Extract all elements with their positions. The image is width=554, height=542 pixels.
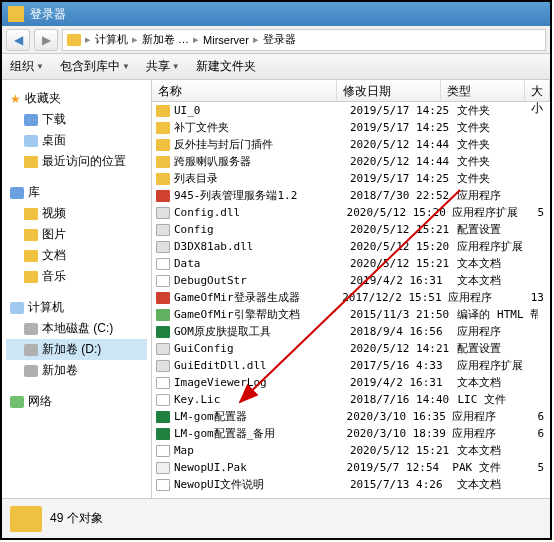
file-date: 2020/5/12 15:20 xyxy=(341,206,447,219)
file-row[interactable]: DebugOutStr2019/4/2 16:31文本文档 xyxy=(152,272,550,289)
toolbar: 组织▼ 包含到库中▼ 共享▼ 新建文件夹 xyxy=(2,54,550,80)
file-date: 2018/9/4 16:56 xyxy=(344,325,452,338)
file-icon xyxy=(156,428,170,440)
breadcrumb[interactable]: 新加卷 … xyxy=(142,32,189,47)
file-row[interactable]: LM-gom配置器2020/3/10 16:35应用程序6 xyxy=(152,408,550,425)
file-date: 2018/7/30 22:52 xyxy=(344,189,452,202)
file-row[interactable]: D3DX81ab.dll2020/5/12 15:20应用程序扩展 xyxy=(152,238,550,255)
col-size[interactable]: 大小 xyxy=(525,80,550,101)
sidebar-item-drive-c[interactable]: 本地磁盘 (C:) xyxy=(6,318,147,339)
file-type: 配置设置 xyxy=(451,222,538,237)
address-bar[interactable]: ▸ 计算机 ▸ 新加卷 … ▸ Mirserver ▸ 登录器 xyxy=(62,29,546,51)
file-type: 应用程序扩展 xyxy=(446,205,531,220)
file-row[interactable]: NewopUI.Pak2019/5/7 12:54PAK 文件5 xyxy=(152,459,550,476)
newfolder-button[interactable]: 新建文件夹 xyxy=(196,58,256,75)
file-type: 文件夹 xyxy=(451,137,538,152)
file-name: GOM原皮肤提取工具 xyxy=(174,324,271,339)
column-headers[interactable]: 名称 修改日期 类型 大小 xyxy=(152,80,550,102)
file-date: 2018/7/16 14:40 xyxy=(344,393,452,406)
file-name: Key.Lic xyxy=(174,393,220,406)
folder-icon xyxy=(67,34,81,46)
file-list: 名称 修改日期 类型 大小 UI_02019/5/17 14:25文件夹补丁文件… xyxy=(152,80,550,498)
file-name: Map xyxy=(174,444,194,457)
file-row[interactable]: GOM原皮肤提取工具2018/9/4 16:56应用程序 xyxy=(152,323,550,340)
file-date: 2020/5/12 14:44 xyxy=(344,155,452,168)
file-row[interactable]: GameOfMir登录器生成器2017/12/2 15:51应用程序13 xyxy=(152,289,550,306)
sidebar-item-drive-e[interactable]: 新加卷 xyxy=(6,360,147,381)
file-type: 应用程序 xyxy=(451,188,538,203)
file-date: 2019/5/7 12:54 xyxy=(341,461,447,474)
file-type: 文件夹 xyxy=(451,103,538,118)
sidebar-item-music[interactable]: 音乐 xyxy=(6,266,147,287)
sidebar-item-downloads[interactable]: 下载 xyxy=(6,109,147,130)
file-row[interactable]: NewopUI文件说明2015/7/13 4:26文本文档 xyxy=(152,476,550,493)
favorites-group[interactable]: ★收藏夹 xyxy=(6,88,147,109)
file-name: NewopUI文件说明 xyxy=(174,477,264,492)
file-icon xyxy=(156,258,170,270)
col-type[interactable]: 类型 xyxy=(441,80,525,101)
file-row[interactable]: LM-gom配置器_备用2020/3/10 18:39应用程序6 xyxy=(152,425,550,442)
breadcrumb[interactable]: Mirserver xyxy=(203,34,249,46)
file-name: GuiConfig xyxy=(174,342,234,355)
file-row[interactable]: 反外挂与封后门插件2020/5/12 14:44文件夹 xyxy=(152,136,550,153)
file-row[interactable]: GameOfMir引擎帮助文档2015/11/3 21:50编译的 HTML 帮 xyxy=(152,306,550,323)
file-name: GameOfMir登录器生成器 xyxy=(174,290,300,305)
file-type: 文本文档 xyxy=(451,443,538,458)
file-icon xyxy=(156,326,170,338)
sidebar-item-drive-d[interactable]: 新加卷 (D:) xyxy=(6,339,147,360)
file-name: 列表目录 xyxy=(174,171,218,186)
network-group[interactable]: 网络 xyxy=(6,391,147,412)
computer-group[interactable]: 计算机 xyxy=(6,297,147,318)
breadcrumb[interactable]: 计算机 xyxy=(95,32,128,47)
file-name: ImageViewerLog xyxy=(174,376,267,389)
file-type: 文件夹 xyxy=(451,120,538,135)
file-name: LM-gom配置器_备用 xyxy=(174,426,275,441)
forward-button[interactable]: ▶ xyxy=(34,29,58,51)
file-name: LM-gom配置器 xyxy=(174,409,247,424)
file-row[interactable]: GuiConfig2020/5/12 14:21配置设置 xyxy=(152,340,550,357)
file-row[interactable]: Key.Lic2018/7/16 14:40LIC 文件 xyxy=(152,391,550,408)
file-row[interactable]: GuiEditDll.dll2017/5/16 4:33应用程序扩展 xyxy=(152,357,550,374)
file-icon xyxy=(156,173,170,185)
organize-button[interactable]: 组织▼ xyxy=(10,58,44,75)
back-button[interactable]: ◀ xyxy=(6,29,30,51)
file-row[interactable]: Config2020/5/12 15:21配置设置 xyxy=(152,221,550,238)
col-date[interactable]: 修改日期 xyxy=(337,80,441,101)
sidebar-item-videos[interactable]: 视频 xyxy=(6,203,147,224)
file-name: UI_0 xyxy=(174,104,201,117)
file-row[interactable]: 补丁文件夹2019/5/17 14:25文件夹 xyxy=(152,119,550,136)
breadcrumb[interactable]: 登录器 xyxy=(263,32,296,47)
file-row[interactable]: Map2020/5/12 15:21文本文档 xyxy=(152,442,550,459)
libraries-group[interactable]: 库 xyxy=(6,182,147,203)
share-button[interactable]: 共享▼ xyxy=(146,58,180,75)
file-date: 2020/5/12 15:21 xyxy=(344,444,452,457)
file-icon xyxy=(156,207,170,219)
file-row[interactable]: UI_02019/5/17 14:25文件夹 xyxy=(152,102,550,119)
sidebar-item-pictures[interactable]: 图片 xyxy=(6,224,147,245)
sidebar-item-recent[interactable]: 最近访问的位置 xyxy=(6,151,147,172)
file-type: 文本文档 xyxy=(451,375,538,390)
file-icon xyxy=(156,360,170,372)
file-date: 2019/5/17 14:25 xyxy=(344,121,452,134)
file-name: 补丁文件夹 xyxy=(174,120,229,135)
include-button[interactable]: 包含到库中▼ xyxy=(60,58,130,75)
col-name[interactable]: 名称 xyxy=(152,80,337,101)
file-name: Config xyxy=(174,223,214,236)
file-icon xyxy=(156,241,170,253)
file-row[interactable]: 列表目录2019/5/17 14:25文件夹 xyxy=(152,170,550,187)
file-date: 2020/5/12 15:21 xyxy=(344,257,452,270)
navbar: ◀ ▶ ▸ 计算机 ▸ 新加卷 … ▸ Mirserver ▸ 登录器 xyxy=(2,26,550,54)
file-icon xyxy=(156,343,170,355)
sidebar-item-documents[interactable]: 文档 xyxy=(6,245,147,266)
file-row[interactable]: Config.dll2020/5/12 15:20应用程序扩展5 xyxy=(152,204,550,221)
file-date: 2017/12/2 15:51 xyxy=(336,291,441,304)
sidebar-item-desktop[interactable]: 桌面 xyxy=(6,130,147,151)
file-icon xyxy=(156,411,170,423)
file-row[interactable]: 跨服喇叭服务器2020/5/12 14:44文件夹 xyxy=(152,153,550,170)
file-row[interactable]: 945-列表管理服务端1.22018/7/30 22:52应用程序 xyxy=(152,187,550,204)
file-date: 2020/3/10 18:39 xyxy=(341,427,447,440)
file-name: 945-列表管理服务端1.2 xyxy=(174,188,297,203)
file-row[interactable]: ImageViewerLog2019/4/2 16:31文本文档 xyxy=(152,374,550,391)
file-row[interactable]: Data2020/5/12 15:21文本文档 xyxy=(152,255,550,272)
file-size: 6 xyxy=(531,427,550,440)
